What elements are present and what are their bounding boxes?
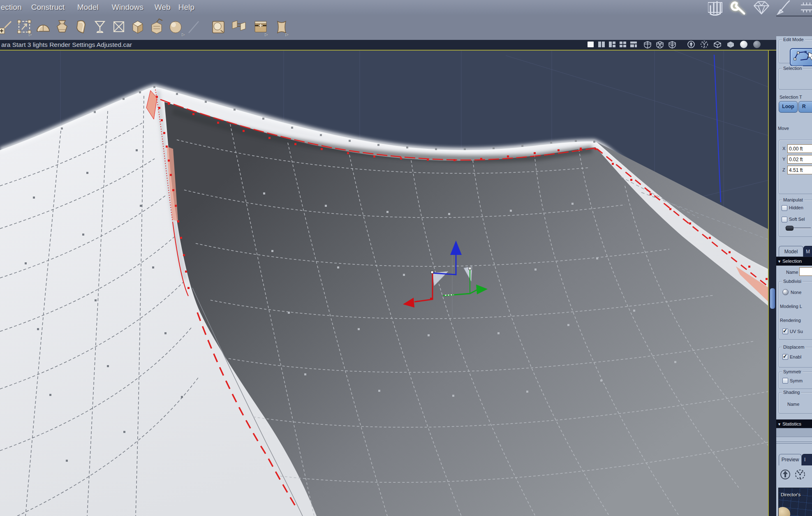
subdivision-none-radio[interactable]: [782, 289, 789, 295]
name-label: Name: [786, 270, 798, 275]
shield-wire-3-icon[interactable]: [669, 42, 676, 48]
edit-mode-wire-button[interactable]: [790, 48, 812, 66]
cube-tool-icon[interactable]: [130, 18, 146, 36]
symmetry-group: Symmetr Symm: [779, 372, 812, 389]
displacement-group: Displacem Enabl: [779, 347, 812, 368]
tab-interactivity[interactable]: I: [802, 454, 812, 465]
document-title: ara Start 3 lights Render Settings Adjus…: [1, 41, 132, 49]
document-title-bar: ara Start 3 lights Render Settings Adjus…: [0, 40, 776, 51]
displacement-enable-label: Enabl: [790, 354, 801, 359]
lathe-tool-icon[interactable]: [54, 18, 70, 36]
rendering-level-label: Rendering: [780, 318, 801, 323]
symmetry-cb-label: Symm: [790, 378, 803, 383]
uv-subdivision-label: UV Su: [790, 329, 803, 334]
properties-panel: Edit Mode Selection Selection T Loop R M…: [776, 36, 812, 516]
camera-up-icon[interactable]: [781, 470, 790, 479]
panel-scroll-thumb[interactable]: [770, 288, 775, 309]
gem-icon[interactable]: [754, 2, 769, 14]
shading-name-label: Name: [787, 402, 799, 407]
selection-label: Selection: [782, 66, 803, 71]
move-z-input[interactable]: [787, 166, 812, 174]
tab-model[interactable]: Model: [779, 246, 803, 257]
menu-construct[interactable]: Construct: [31, 3, 65, 12]
solid-cube-icon[interactable]: [727, 42, 734, 48]
symmetry-checkbox[interactable]: [782, 378, 788, 384]
soft-selection-label: Soft Sel: [789, 217, 805, 222]
directors-camera-icon[interactable]: [688, 41, 694, 48]
shaded-sphere-icon[interactable]: [740, 41, 747, 48]
extrude-tool-icon[interactable]: [73, 18, 89, 36]
hidden-label: Hidden: [789, 205, 803, 210]
soft-selection-slider[interactable]: [785, 227, 811, 229]
flyout-icon: ▷: [29, 32, 32, 37]
subdivision-none-label: None: [791, 290, 801, 295]
wrench-icon[interactable]: [732, 2, 744, 14]
subdivision-label: Subdivisi: [782, 279, 803, 284]
line-tool-icon[interactable]: [185, 18, 202, 36]
tab-preview[interactable]: Preview: [779, 454, 802, 465]
goblet-tool-icon[interactable]: [92, 18, 108, 36]
menu-model[interactable]: Model: [77, 3, 99, 12]
carrara-model-room: ection Construct Model Windows Web Help: [0, 0, 812, 516]
move-y-input[interactable]: [787, 155, 812, 164]
add-point-tool-icon[interactable]: [0, 18, 14, 36]
camera-name-label: Director's: [781, 492, 800, 497]
displacement-enable-checkbox[interactable]: [782, 354, 788, 360]
panel-scroll-track[interactable]: [769, 51, 776, 516]
shield-wire-2-icon[interactable]: [657, 42, 663, 48]
wireframe-cube-icon[interactable]: [714, 42, 721, 48]
menu-windows[interactable]: Windows: [112, 3, 143, 12]
collapse-triangle-icon: ▼: [777, 257, 781, 266]
manipulator-label: Manipulat: [782, 197, 804, 202]
statistics-subrow: [776, 428, 812, 437]
dome-tool-icon[interactable]: [35, 18, 51, 36]
unfold-box-tool-icon[interactable]: [148, 18, 165, 36]
flyout-icon: ▷: [265, 32, 268, 37]
bridge-tool-icon[interactable]: [231, 18, 247, 36]
menu-bar: ection Construct Model Windows Web Help: [0, 0, 812, 16]
flyout-icon: ▷: [285, 32, 289, 37]
shading-label: Shading: [782, 390, 801, 395]
reset-view-icon[interactable]: [701, 41, 708, 48]
corner-pane-icon[interactable]: [630, 42, 637, 47]
hidden-checkbox[interactable]: [782, 205, 787, 211]
dual-pane-icon[interactable]: [598, 42, 605, 47]
pen-icon[interactable]: [778, 1, 789, 14]
menu-selection[interactable]: ection: [1, 3, 22, 12]
push-pull-tool-icon[interactable]: [210, 18, 227, 36]
triple-pane-icon[interactable]: [609, 42, 615, 47]
view-icon-strip: [586, 41, 767, 49]
manipulator-group: Manipulat Hidden Soft Sel: [779, 200, 812, 237]
slider-knob[interactable]: [786, 226, 793, 231]
collapse-triangle-icon: ▼: [777, 420, 781, 429]
textured-sphere-icon[interactable]: [753, 41, 761, 48]
sphere-tool-icon[interactable]: [167, 18, 184, 36]
single-pane-icon[interactable]: [588, 42, 594, 47]
menu-help[interactable]: Help: [178, 3, 194, 12]
name-input[interactable]: [799, 267, 812, 276]
vertex-modeling-viewport[interactable]: [0, 51, 769, 516]
camera-preview-thumbnail[interactable]: Director's: [778, 488, 812, 516]
menu-web[interactable]: Web: [155, 3, 171, 12]
panel-divider: [776, 443, 812, 444]
loop-button[interactable]: Loop: [779, 101, 798, 113]
move-label: Move: [778, 126, 789, 131]
statistics-section-header[interactable]: ▼Statistics: [776, 419, 812, 428]
move-x-input[interactable]: [787, 144, 812, 153]
selection-section-header[interactable]: ▼Selection: [776, 257, 812, 266]
quad-pane-icon[interactable]: [620, 42, 626, 47]
shield-wire-1-icon[interactable]: [644, 42, 651, 48]
soft-selection-checkbox[interactable]: [782, 217, 787, 222]
move-group: X Y Z: [779, 140, 812, 194]
axis-x-label: X: [782, 146, 785, 151]
shading-group: Shading Name: [779, 392, 812, 414]
symmetry-label: Symmetr: [782, 369, 803, 374]
uv-subdivision-checkbox[interactable]: [782, 329, 788, 334]
tab-motion[interactable]: M: [803, 246, 812, 257]
hand-icon[interactable]: [710, 2, 720, 15]
ring-button[interactable]: R: [798, 101, 812, 113]
edit-mode-label: Edit Mode: [782, 37, 805, 42]
panel-divider: [776, 442, 812, 442]
reset-position-icon[interactable]: [796, 470, 805, 479]
delete-box-tool-icon[interactable]: [111, 18, 127, 36]
